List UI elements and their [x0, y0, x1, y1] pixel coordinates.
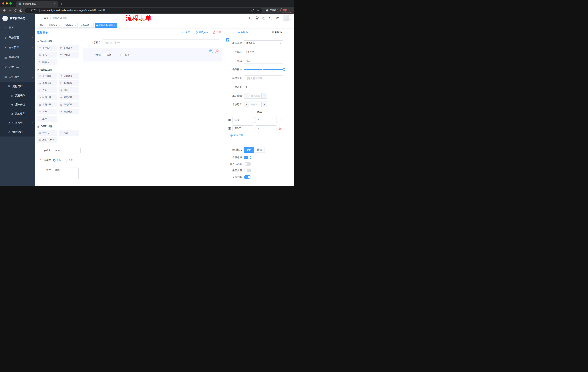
sidebar-item-system-management[interactable]: ⚙ 系统管理 ▾	[0, 33, 35, 43]
view-json-button[interactable]: 查看json	[195, 31, 208, 34]
help-icon[interactable]	[262, 16, 266, 20]
clear-button[interactable]: 清空	[213, 31, 221, 34]
palette-item-date-range[interactable]: ▥日期范围	[59, 102, 79, 107]
palette-item-switch[interactable]: ◐开关	[37, 87, 57, 93]
sidebar-item-process-model[interactable]: ▶ 流程模型	[0, 109, 35, 118]
required-switch[interactable]	[244, 175, 251, 179]
maximize-window-button[interactable]	[10, 2, 12, 5]
decrease-button[interactable]: −	[244, 93, 249, 98]
palette-item-upload[interactable]: ⇧上传	[37, 116, 57, 122]
palette-item-rich-editor[interactable]: ✎编辑器	[37, 59, 57, 65]
radio-open[interactable]: 开启	[53, 159, 61, 162]
sidebar-item-payment-management[interactable]: ¥ 支付管理 ▾	[0, 43, 35, 53]
user-menu[interactable]: ▾	[283, 15, 291, 21]
github-icon[interactable]	[255, 16, 259, 20]
slider-handle[interactable]	[282, 68, 285, 71]
browser-update-menu-button[interactable]: 更新	[280, 8, 292, 13]
save-button[interactable]: 保存	[182, 31, 190, 34]
option-2-value-input[interactable]	[255, 125, 277, 131]
form-canvas[interactable]: *手机号	[81, 36, 226, 186]
search-icon[interactable]	[248, 16, 252, 20]
canvas-field-phone[interactable]: *手机号	[83, 39, 220, 46]
password-key-icon[interactable]	[252, 9, 254, 12]
home-button[interactable]	[18, 8, 23, 13]
close-icon[interactable]: ×	[114, 24, 115, 27]
tag-process-model[interactable]: 流程模型 ×	[63, 23, 78, 28]
tab-close-icon[interactable]: ×	[54, 2, 56, 5]
copy-component-button[interactable]	[209, 49, 213, 53]
browser-tab[interactable]: 芋道管理系统 ×	[16, 1, 58, 7]
palette-item-password[interactable]: ⊟密码	[37, 52, 57, 58]
canvas-field-gender-selected[interactable]: *性别 选项一 选项二	[83, 48, 222, 62]
option-2-name-input[interactable]	[232, 125, 254, 131]
minimize-window-button[interactable]	[6, 2, 8, 5]
increase-button[interactable]: +	[262, 93, 267, 98]
palette-item-slider[interactable]: ╪滑块	[59, 87, 79, 93]
sidebar-item-leave-query[interactable]: ☺ 请假查询	[0, 128, 35, 137]
option-1-name-input[interactable]	[232, 117, 254, 123]
sidebar-item-dev-tools[interactable]: ⚒ 研发工具 ▾	[0, 62, 35, 72]
palette-item-color-picker[interactable]: ⊛颜色选择	[59, 109, 79, 115]
checkbox-option-1[interactable]: 选项一	[103, 53, 114, 57]
style-button-button[interactable]: 按钮	[254, 147, 265, 153]
sidebar-item-home[interactable]: ◔ 首页	[0, 23, 35, 33]
form-name-input[interactable]	[53, 148, 81, 153]
reload-button[interactable]	[13, 8, 18, 13]
sidebar-item-infrastructure[interactable]: ▤ 基础设施 ▾	[0, 53, 35, 62]
close-window-button[interactable]	[2, 2, 4, 5]
palette-item-rate[interactable]: ☆评分	[37, 109, 57, 115]
delete-component-button[interactable]	[215, 49, 219, 53]
min-select-value[interactable]: 至少应选	[249, 93, 262, 98]
form-remark-textarea[interactable]: 嘿嘿	[53, 167, 79, 179]
back-button[interactable]	[2, 8, 7, 13]
text-size-icon[interactable]: tT	[275, 16, 279, 20]
palette-item-counter[interactable]: 123计数器	[59, 52, 79, 58]
palette-item-cascader[interactable]: ≣级联选择	[59, 73, 79, 79]
palette-item-textarea[interactable]: ▤多行文本	[59, 45, 79, 51]
phone-input[interactable]	[103, 39, 220, 46]
close-icon[interactable]: ×	[90, 24, 92, 27]
add-option-button[interactable]: 添加选项	[230, 134, 292, 137]
radio-closed[interactable]: 关闭	[65, 159, 73, 162]
decrease-button[interactable]: −	[244, 102, 249, 107]
disabled-switch[interactable]	[244, 169, 251, 172]
checkbox-option-2[interactable]: 选项二	[120, 53, 132, 57]
palette-item-input-text[interactable]: ▭单行文本	[37, 45, 57, 51]
link-icon[interactable]	[226, 38, 230, 42]
tag-process-form-edit[interactable]: 流程表单-编辑 ×	[94, 23, 117, 28]
sidebar-collapse-icon[interactable]	[38, 17, 41, 20]
field-name-input[interactable]	[244, 49, 283, 55]
tag-home[interactable]: 首页	[38, 23, 46, 28]
sidebar-item-process-management[interactable]: ☰ 流程管理 ▴	[0, 82, 35, 91]
palette-item-time-range[interactable]: ◶时间范围	[59, 95, 79, 100]
title-input[interactable]	[244, 58, 283, 64]
drag-sliders-icon[interactable]	[228, 119, 231, 121]
palette-item-time-picker[interactable]: ◷时间选择	[37, 95, 57, 100]
drag-sliders-icon[interactable]	[228, 127, 231, 130]
sidebar-item-workflow[interactable]: ▦ 工作流程 ▴	[0, 72, 35, 82]
tab-component-props[interactable]: 组件属性	[226, 28, 260, 36]
option-1-value-input[interactable]	[255, 117, 277, 123]
address-bar[interactable]: ⚠ 不安全 dashboard.yudao.iocoder.cn/bpm/man…	[25, 8, 262, 13]
palette-item-date-picker[interactable]: ▦日期选择	[37, 102, 57, 107]
tab-form-props[interactable]: 表单属性	[260, 28, 294, 36]
tag-process-form[interactable]: 流程表单 ×	[79, 23, 94, 28]
show-label-switch[interactable]	[244, 156, 251, 159]
forward-button[interactable]	[7, 8, 12, 13]
fullscreen-icon[interactable]	[269, 16, 273, 20]
palette-item-radio-group[interactable]: ◉单选框组	[37, 80, 57, 86]
new-tab-button[interactable]: +	[58, 1, 65, 7]
sidebar-item-user-group[interactable]: ☻ 用户分组	[0, 100, 35, 109]
increase-button[interactable]: +	[262, 102, 267, 107]
max-select-value[interactable]: 最多可选	[249, 102, 262, 107]
border-switch[interactable]	[244, 162, 251, 166]
sidebar-item-task-management[interactable]: ⋔ 任务管理 ▾	[0, 118, 35, 128]
label-width-input[interactable]	[244, 75, 283, 81]
sidebar-item-process-form[interactable]: ▥ 流程表单	[0, 91, 35, 100]
remove-option-button[interactable]	[279, 127, 282, 130]
close-icon[interactable]: ×	[59, 24, 60, 27]
palette-item-row-container[interactable]: ▣行容器	[37, 130, 57, 136]
palette-item-table[interactable]: ⊞表格[开发中]	[37, 137, 57, 143]
close-icon[interactable]: ×	[74, 24, 76, 27]
palette-item-checkbox-group[interactable]: ☑多选框组	[59, 80, 79, 86]
